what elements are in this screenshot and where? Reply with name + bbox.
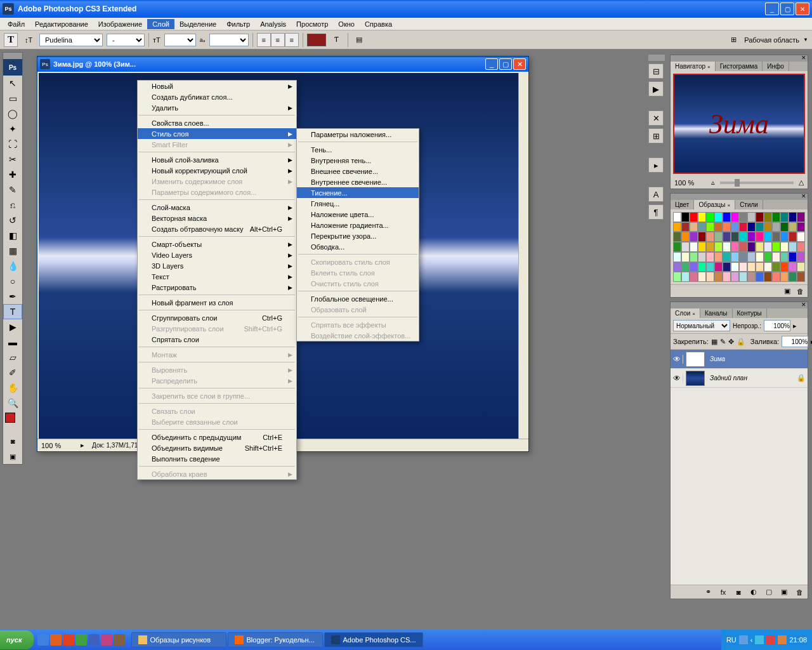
path-select-tool[interactable]: ▶ <box>3 319 22 335</box>
menu-item[interactable]: Новый слой-заливка▶ <box>138 154 296 165</box>
panel-tab[interactable]: Инфо <box>763 62 789 71</box>
taskbar-task[interactable]: Blogger: Рукодельн... <box>228 632 323 647</box>
layer-thumbnail[interactable] <box>686 371 705 386</box>
swatch[interactable] <box>772 222 780 232</box>
screen-mode-button[interactable]: ▣ <box>3 449 22 464</box>
swatch[interactable] <box>747 242 756 252</box>
align-left-button[interactable]: ≡ <box>257 33 271 47</box>
dock-clone-icon[interactable]: ▶ <box>648 81 664 96</box>
tray-icon[interactable] <box>739 635 748 644</box>
swatch[interactable] <box>739 272 747 282</box>
main-menubar[interactable]: ФайлРедактированиеИзображениеСлойВыделен… <box>0 18 812 30</box>
menu-item[interactable]: Наложение градиента... <box>297 220 419 230</box>
tray-icon[interactable] <box>778 635 787 644</box>
menu-item[interactable]: Векторная маска▶ <box>138 213 296 223</box>
panel-tab[interactable]: Слои× <box>671 308 700 318</box>
dodge-tool[interactable]: ○ <box>3 274 22 289</box>
panel-tab[interactable]: Цвет <box>671 200 694 209</box>
panel-tab[interactable]: Контуры <box>733 308 767 318</box>
swatch[interactable] <box>764 252 772 262</box>
menu-item[interactable]: Смарт-объекты▶ <box>138 239 296 249</box>
ql-icon[interactable] <box>37 634 49 646</box>
swatch[interactable] <box>764 272 772 282</box>
dock-tool-presets-icon[interactable]: ✕ <box>648 110 664 126</box>
swatch[interactable] <box>690 232 698 242</box>
blur-tool[interactable]: 💧 <box>3 258 22 274</box>
swatch[interactable] <box>706 232 714 242</box>
swatch[interactable] <box>764 232 772 242</box>
start-button[interactable]: пуск <box>0 630 34 649</box>
layer-thumbnail[interactable]: T <box>686 352 705 367</box>
swatch[interactable] <box>690 222 698 232</box>
layers-panel-grip[interactable]: ✕ <box>671 302 808 308</box>
menu-item[interactable]: 3D Layers▶ <box>138 260 296 271</box>
tray-icon[interactable] <box>766 635 775 644</box>
font-size-select[interactable] <box>164 34 196 46</box>
swatch[interactable] <box>789 272 797 282</box>
menu-item[interactable]: Редактирование <box>30 19 93 29</box>
zoom-tool[interactable]: 🔍 <box>3 395 22 411</box>
layer-style-submenu[interactable]: Параметры наложения...Тень...Внутренняя … <box>296 128 419 342</box>
type-tool[interactable]: T <box>3 304 22 319</box>
layers-list[interactable]: 👁 T Зима 👁 Задний план 🔒 <box>671 350 808 585</box>
swatch[interactable] <box>731 222 739 232</box>
swatch[interactable] <box>731 262 739 272</box>
taskbar-task[interactable]: Образцы рисунков <box>131 632 226 647</box>
menu-item[interactable]: Слой <box>147 19 174 29</box>
swatch[interactable] <box>714 232 723 242</box>
swatch[interactable] <box>756 212 764 222</box>
swatch[interactable] <box>681 262 690 272</box>
swatch[interactable] <box>780 222 789 232</box>
notes-tool[interactable]: ▱ <box>3 350 22 365</box>
new-layer-icon[interactable]: ▣ <box>778 587 790 598</box>
swatch[interactable] <box>673 252 681 262</box>
swatch[interactable] <box>772 232 780 242</box>
swatch[interactable] <box>731 242 739 252</box>
swatch[interactable] <box>789 212 797 222</box>
menu-item[interactable]: Параметры наложения... <box>297 129 419 140</box>
swatch[interactable] <box>706 252 714 262</box>
lang-indicator[interactable]: RU <box>726 636 737 644</box>
swatches-close-icon[interactable]: ✕ <box>801 193 806 199</box>
menu-item[interactable]: Объединить с предыдущимCtrl+E <box>138 432 296 442</box>
hand-tool[interactable]: ✋ <box>3 380 22 395</box>
eyedropper-tool[interactable]: ✐ <box>3 365 22 380</box>
menu-item[interactable]: Слой-маска▶ <box>138 202 296 213</box>
move-tool[interactable]: ↖ <box>3 76 22 91</box>
swatch[interactable] <box>747 222 756 232</box>
menu-item[interactable]: Стиль слоя▶ <box>138 128 296 139</box>
workspace-label[interactable]: Рабочая область <box>744 36 799 44</box>
doc-vertical-scrollbar[interactable] <box>518 73 528 439</box>
swatch[interactable] <box>690 242 698 252</box>
swatches-tabs[interactable]: ЦветОбразцы×Стили <box>671 200 808 209</box>
swatch[interactable] <box>673 262 681 272</box>
new-swatch-icon[interactable]: ▣ <box>784 287 790 295</box>
layers-tabs[interactable]: Слои×КаналыКонтуры <box>671 308 808 318</box>
swatch[interactable] <box>723 272 731 282</box>
swatch[interactable] <box>797 222 805 232</box>
visibility-icon[interactable]: 👁 <box>671 374 683 383</box>
menu-item[interactable]: Новый корректирующий слой▶ <box>138 165 296 176</box>
swatch[interactable] <box>739 212 747 222</box>
layer-row[interactable]: 👁 Задний план 🔒 <box>671 369 808 388</box>
swatch[interactable] <box>789 262 797 272</box>
swatch[interactable] <box>789 232 797 242</box>
swatch[interactable] <box>747 252 756 262</box>
swatch[interactable] <box>764 212 772 222</box>
swatch[interactable] <box>681 252 690 262</box>
nav-zoom-out-icon[interactable]: ▵ <box>711 178 715 187</box>
font-style-select[interactable]: - <box>107 34 145 46</box>
swatch[interactable] <box>690 212 698 222</box>
swatch[interactable] <box>764 262 772 272</box>
swatch[interactable] <box>780 232 789 242</box>
slice-tool[interactable]: ✂ <box>3 152 22 167</box>
menu-item[interactable]: Окно <box>333 19 360 29</box>
doc-minimize-button[interactable]: _ <box>485 58 498 70</box>
lock-pixels-icon[interactable]: ✎ <box>720 336 726 347</box>
dock-actions-icon[interactable]: ▸ <box>648 157 664 173</box>
visibility-icon[interactable]: 👁 <box>671 355 683 364</box>
text-color-swatch[interactable] <box>307 34 326 46</box>
panel-tab[interactable]: Стили <box>735 200 763 209</box>
doc-zoom-arrow-icon[interactable]: ▸ <box>81 441 84 449</box>
swatch[interactable] <box>698 232 706 242</box>
